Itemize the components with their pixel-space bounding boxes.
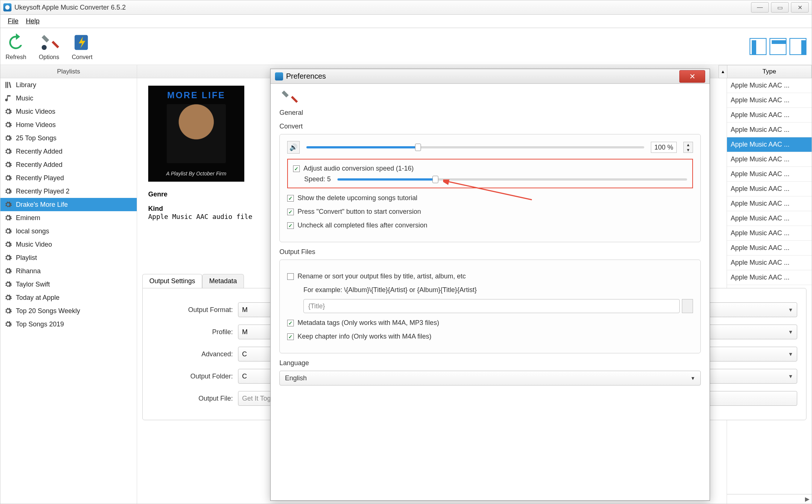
dialog-close-button[interactable]: ✕ — [679, 70, 705, 83]
speaker-icon[interactable]: 🔊 — [287, 141, 300, 154]
sidebar-item[interactable]: Recently Added — [0, 158, 137, 171]
type-row[interactable]: Apple Music AAC ... — [727, 123, 812, 137]
sidebar-item[interactable]: Playlist — [0, 251, 137, 264]
sidebar-item[interactable]: Home Videos — [0, 118, 137, 131]
type-row[interactable]: Apple Music AAC ... — [727, 256, 812, 270]
convert-button[interactable]: Convert — [72, 32, 92, 61]
language-select[interactable]: English ▼ — [279, 371, 701, 385]
sidebar-item-label: Music Videos — [16, 108, 55, 116]
sidebar-item-label: Today at Apple — [16, 294, 60, 302]
sidebar-item[interactable]: Recently Played — [0, 171, 137, 185]
speed-slider[interactable] — [337, 178, 687, 181]
speed-highlight-box: Adjust audio conversion speed (1-16) Spe… — [287, 159, 693, 188]
type-row[interactable]: Apple Music AAC ... — [727, 226, 812, 241]
sidebar: Playlists LibraryMusicMusic VideosHome V… — [0, 65, 137, 504]
dialog-icon — [275, 72, 283, 80]
maximize-button[interactable]: ▭ — [771, 2, 789, 13]
type-row[interactable]: Apple Music AAC ... — [727, 196, 812, 211]
rename-template-browse[interactable] — [682, 299, 693, 313]
type-row[interactable]: Apple Music AAC ... — [727, 241, 812, 256]
type-row[interactable]: Apple Music AAC ... — [727, 78, 812, 93]
show-delete-checkbox[interactable] — [287, 195, 294, 202]
sidebar-item[interactable]: Today at Apple — [0, 291, 137, 304]
playlists-header: Playlists — [0, 65, 137, 78]
type-row[interactable]: Apple Music AAC ... — [727, 108, 812, 123]
tools-icon — [39, 32, 59, 52]
sidebar-item[interactable]: Music Video — [0, 238, 137, 251]
sidebar-item[interactable]: Recently Added — [0, 145, 137, 158]
gear-icon — [4, 240, 12, 248]
layout-left-button[interactable] — [750, 38, 767, 55]
svg-rect-3 — [772, 40, 786, 44]
menu-help[interactable]: Help — [22, 16, 43, 27]
gear-icon — [4, 307, 12, 315]
speed-label: Speed: 5 — [304, 175, 331, 183]
menu-file[interactable]: File — [4, 16, 22, 27]
metadata-tags-checkbox[interactable] — [287, 320, 294, 326]
show-delete-label: Show the delete upcoming songs tutorial — [298, 194, 417, 202]
sidebar-item[interactable]: local songs — [0, 224, 137, 238]
toolbar: Refresh Options Convert — [0, 28, 812, 65]
sidebar-item[interactable]: Taylor Swift — [0, 278, 137, 291]
type-header[interactable]: ▲ Type — [727, 65, 812, 78]
sidebar-item[interactable]: Recently Played 2 — [0, 185, 137, 198]
album-art: MORE LIFE A Playlist By October Firm — [148, 86, 244, 182]
type-row[interactable]: Apple Music AAC ... — [727, 152, 812, 167]
library-icon — [4, 81, 12, 89]
volume-stepper[interactable]: ▲▼ — [683, 142, 693, 153]
tab-metadata[interactable]: Metadata — [202, 274, 244, 288]
general-tab[interactable]: General — [279, 88, 701, 117]
horizontal-scroll-hint[interactable]: ▶ — [727, 494, 812, 504]
sidebar-item[interactable]: Music — [0, 92, 137, 105]
sidebar-item[interactable]: Top Songs 2019 — [0, 318, 137, 331]
sort-indicator-icon[interactable]: ▲ — [718, 65, 727, 78]
sidebar-item-label: Recently Played — [16, 174, 64, 182]
rename-label: Rename or sort your output files by titl… — [298, 272, 466, 280]
refresh-icon — [6, 32, 26, 52]
album-subtitle: A Playlist By October Firm — [166, 171, 227, 176]
volume-row: 🔊 100 % ▲▼ — [287, 141, 693, 154]
sidebar-item-label: Taylor Swift — [16, 281, 50, 288]
layout-right-button[interactable] — [789, 38, 806, 55]
sidebar-item[interactable]: Eminem — [0, 211, 137, 224]
type-row[interactable]: Apple Music AAC ... — [727, 211, 812, 226]
sidebar-item[interactable]: Drake's More Life — [0, 198, 137, 211]
type-row[interactable]: Apple Music AAC ... — [727, 93, 812, 108]
sidebar-item-label: Playlist — [16, 254, 37, 262]
type-row[interactable]: Apple Music AAC ... — [727, 167, 812, 182]
preferences-dialog: Preferences ✕ General Convert 🔊 100 % ▲▼ — [270, 69, 710, 501]
sidebar-item-label: Music Video — [16, 241, 52, 248]
app-icon — [3, 3, 11, 11]
sidebar-item-label: Eminem — [16, 214, 40, 222]
refresh-button[interactable]: Refresh — [6, 32, 26, 61]
playlists-list[interactable]: LibraryMusicMusic VideosHome Videos25 To… — [0, 78, 137, 504]
sidebar-item-label: Rihanna — [16, 267, 41, 275]
keep-chapter-checkbox[interactable] — [287, 333, 294, 340]
sidebar-item[interactable]: Top 20 Songs Weekly — [0, 304, 137, 318]
volume-percent: 100 % — [651, 142, 677, 153]
options-button[interactable]: Options — [39, 32, 59, 61]
close-button[interactable]: ✕ — [791, 2, 809, 13]
sidebar-item[interactable]: 25 Top Songs — [0, 131, 137, 145]
type-row[interactable]: Apple Music AAC ... — [727, 137, 812, 152]
sidebar-item-label: local songs — [16, 227, 49, 235]
layout-buttons — [750, 38, 806, 55]
uncheck-all-checkbox[interactable] — [287, 222, 294, 229]
sidebar-item[interactable]: Library — [0, 78, 137, 92]
keep-chapter-label: Keep chapter info (Only works with M4A f… — [298, 333, 431, 340]
tools-icon — [279, 88, 298, 107]
volume-slider[interactable] — [306, 146, 644, 148]
layout-top-button[interactable] — [769, 38, 786, 55]
minimize-button[interactable]: — — [751, 2, 769, 13]
sidebar-item-label: Recently Played 2 — [16, 188, 69, 195]
type-row[interactable]: Apple Music AAC ... — [727, 182, 812, 196]
dialog-title-bar[interactable]: Preferences ✕ — [271, 69, 710, 84]
rename-template-input[interactable]: {Title} — [303, 299, 680, 313]
metadata-tags-label: Metadata tags (Only works with M4A, MP3 … — [298, 319, 439, 327]
adjust-speed-checkbox[interactable] — [293, 165, 300, 172]
sidebar-item[interactable]: Music Videos — [0, 105, 137, 118]
sidebar-item[interactable]: Rihanna — [0, 264, 137, 278]
press-convert-checkbox[interactable] — [287, 209, 294, 215]
tab-output-settings[interactable]: Output Settings — [142, 274, 202, 288]
rename-checkbox[interactable] — [287, 273, 294, 280]
